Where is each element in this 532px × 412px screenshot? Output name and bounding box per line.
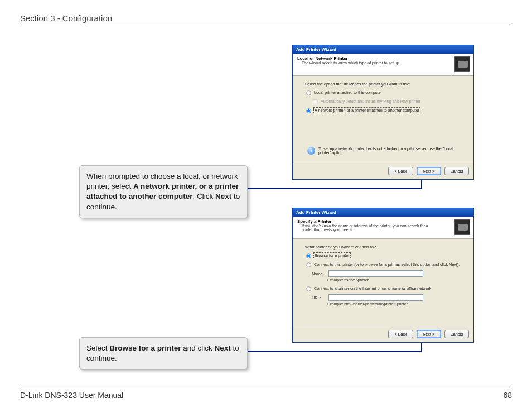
next-button[interactable]: Next > (417, 330, 441, 338)
radio-local-printer[interactable]: Local printer attached to this computer (305, 89, 465, 97)
button-bar: < Back Next > Cancel (293, 164, 473, 179)
radio-label: Connect to this printer (or to browse fo… (314, 262, 460, 267)
field-label: Name: (312, 271, 326, 276)
info-icon: i (307, 147, 315, 155)
name-input[interactable] (328, 270, 423, 277)
radio-input[interactable] (306, 262, 311, 267)
dialog-body: Select the option that describes the pri… (293, 76, 473, 121)
info-note: i To set up a network printer that is no… (307, 147, 465, 155)
radio-input[interactable] (306, 90, 311, 95)
printer-icon (454, 56, 470, 72)
checkbox-input (313, 99, 317, 104)
prompt-text: What printer do you want to connect to? (305, 245, 465, 250)
radio-input[interactable] (306, 253, 311, 258)
url-example: Example: http://server/printers/myprinte… (327, 302, 465, 306)
button-bar: < Back Next > Cancel (293, 327, 473, 342)
dialog-body: What printer do you want to connect to? … (293, 239, 473, 310)
callout-text: and click (181, 344, 215, 352)
banner-title: Local or Network Printer (297, 56, 469, 61)
section-header: Section 3 - Configuration (20, 13, 512, 23)
manual-title: D-Link DNS-323 User Manual (20, 391, 123, 400)
callout-bold: Next (215, 344, 231, 352)
url-input[interactable] (328, 294, 423, 301)
radio-browse-printer[interactable]: Browse for a printer (305, 252, 465, 260)
back-button[interactable]: < Back (388, 167, 413, 175)
connector-line (248, 188, 422, 189)
radio-label: A network printer, or a printer attached… (314, 108, 420, 113)
callout-browse-printer: Select Browse for a printer and click Ne… (79, 337, 248, 370)
prompt-text: Select the option that describes the pri… (305, 82, 465, 87)
callout-bold: Browse for a printer (109, 344, 181, 352)
dialog-title: Add Printer Wizard (293, 208, 473, 217)
cancel-button[interactable]: Cancel (444, 330, 469, 338)
callout-text: . Click (193, 192, 216, 200)
field-url: URL: (312, 294, 465, 301)
dialog-banner: Local or Network Printer The wizard need… (293, 54, 473, 76)
radio-input[interactable] (306, 286, 311, 291)
connector-line (248, 351, 422, 352)
radio-network-printer[interactable]: A network printer, or a printer attached… (305, 107, 465, 114)
callout-bold: Next (215, 192, 231, 200)
banner-subtitle: If you don't know the name or address of… (297, 224, 437, 232)
banner-title: Specify a Printer (297, 219, 469, 224)
rule-top (20, 25, 512, 25)
radio-label: Local printer attached to this computer (314, 90, 382, 95)
add-printer-wizard-dialog-1: Add Printer Wizard Local or Network Prin… (292, 45, 474, 180)
field-name: Name: (312, 270, 465, 277)
radio-label: Connect to a printer on the Internet or … (314, 286, 432, 291)
rule-bottom (20, 387, 512, 387)
info-text: To set up a network printer that is not … (318, 147, 463, 155)
dialog-title: Add Printer Wizard (293, 45, 473, 54)
field-label: URL: (312, 295, 326, 300)
cancel-button[interactable]: Cancel (444, 167, 469, 175)
radio-connect-url[interactable]: Connect to a printer on the Internet or … (305, 285, 465, 293)
page-number: 68 (503, 391, 512, 400)
dialog-banner: Specify a Printer If you don't know the … (293, 217, 473, 239)
callout-text: Select (86, 344, 109, 352)
next-button[interactable]: Next > (417, 167, 441, 175)
callout-network-printer: When prompted to choose a local, or netw… (79, 165, 248, 218)
add-printer-wizard-dialog-2: Add Printer Wizard Specify a Printer If … (292, 208, 474, 343)
printer-icon (454, 219, 470, 235)
banner-subtitle: The wizard needs to know which type of p… (297, 61, 437, 65)
back-button[interactable]: < Back (388, 330, 413, 338)
checkbox-auto-detect: Automatically detect and install my Plug… (312, 98, 465, 106)
radio-input[interactable] (306, 108, 311, 113)
checkbox-label: Automatically detect and install my Plug… (321, 99, 420, 104)
radio-label: Browse for a printer (314, 253, 350, 258)
radio-connect-name[interactable]: Connect to this printer (or to browse fo… (305, 261, 465, 269)
name-example: Example: \\server\printer (327, 278, 465, 282)
